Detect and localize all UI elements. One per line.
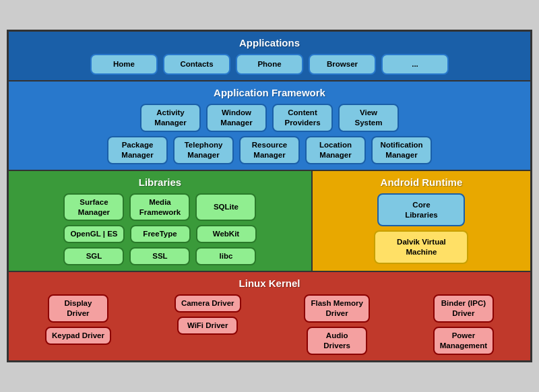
kernel-camera-driver: Camera Driver bbox=[175, 294, 241, 313]
apps-box-row: Home Contacts Phone Browser ... bbox=[15, 54, 524, 75]
libs-row3: SGL SSL libc bbox=[15, 247, 305, 265]
section-framework: Application Framework ActivityManager Wi… bbox=[9, 81, 530, 171]
kernel-col2: Camera Driver WiFi Driver bbox=[175, 294, 241, 355]
fw-notification-manager: NotificationManager bbox=[371, 136, 432, 164]
section-libs-runtime: Libraries SurfaceManager MediaFramework … bbox=[9, 171, 530, 273]
kernel-col4: Binder (IPC)Driver PowerManagement bbox=[433, 294, 494, 355]
lib-webkit: WebKit bbox=[196, 225, 257, 243]
fw-telephony-manager: TelephonyManager bbox=[173, 136, 234, 164]
section-runtime: Android Runtime CoreLibraries Dalvik Vir… bbox=[311, 171, 530, 271]
fw-activity-manager: ActivityManager bbox=[140, 104, 201, 132]
fw-package-manager: PackageManager bbox=[107, 136, 168, 164]
framework-row1: ActivityManager WindowManager ContentPro… bbox=[15, 104, 524, 132]
app-phone: Phone bbox=[236, 54, 303, 75]
kernel-col3: Flash MemoryDriver AudioDrivers bbox=[304, 294, 369, 355]
lib-ssl: SSL bbox=[129, 247, 190, 265]
lib-opengl: OpenGL | ES bbox=[63, 225, 124, 243]
kernel-power-management: PowerManagement bbox=[433, 327, 494, 355]
kernel-display-driver: DisplayDriver bbox=[48, 294, 108, 323]
runtime-title: Android Runtime bbox=[319, 176, 524, 188]
fw-content-providers: ContentProviders bbox=[272, 104, 333, 132]
lib-freetype: FreeType bbox=[130, 225, 191, 243]
app-more: ... bbox=[381, 54, 449, 75]
kernel-audio-drivers: AudioDrivers bbox=[307, 327, 367, 355]
section-libraries: Libraries SurfaceManager MediaFramework … bbox=[9, 171, 311, 271]
kernel-title: Linux Kernel bbox=[15, 277, 524, 289]
kernel-wifi-driver: WiFi Driver bbox=[177, 317, 238, 335]
kernel-keypad-driver: Keypad Driver bbox=[45, 327, 111, 345]
rt-core-libraries: CoreLibraries bbox=[377, 193, 465, 227]
lib-libc: libc bbox=[195, 247, 256, 265]
fw-view-system: ViewSystem bbox=[338, 104, 399, 132]
fw-window-manager: WindowManager bbox=[206, 104, 267, 132]
lib-sgl: SGL bbox=[63, 247, 124, 265]
rt-dalvik-vm: Dalvik VirtualMachine bbox=[374, 230, 468, 264]
app-browser: Browser bbox=[309, 54, 376, 75]
lib-media-framework: MediaFramework bbox=[129, 193, 190, 222]
fw-resource-manager: ResourceManager bbox=[239, 136, 300, 164]
framework-row2: PackageManager TelephonyManager Resource… bbox=[15, 136, 524, 164]
applications-title: Applications bbox=[15, 37, 524, 48]
section-kernel: Linux Kernel DisplayDriver Keypad Driver… bbox=[9, 272, 530, 360]
lib-surface-manager: SurfaceManager bbox=[63, 193, 124, 222]
kernel-flash-memory-driver: Flash MemoryDriver bbox=[304, 294, 369, 323]
section-applications: Applications Home Contacts Phone Browser… bbox=[9, 32, 530, 81]
kernel-binder-driver: Binder (IPC)Driver bbox=[433, 294, 494, 323]
app-contacts: Contacts bbox=[163, 54, 230, 75]
framework-title: Application Framework bbox=[15, 87, 524, 98]
runtime-boxes: CoreLibraries Dalvik VirtualMachine bbox=[319, 193, 524, 265]
app-home: Home bbox=[90, 54, 158, 75]
libraries-title: Libraries bbox=[15, 176, 305, 188]
libs-row2: OpenGL | ES FreeType WebKit bbox=[15, 225, 305, 243]
kernel-box-rows: DisplayDriver Keypad Driver Camera Drive… bbox=[15, 294, 524, 355]
lib-sqlite: SQLite bbox=[195, 193, 256, 222]
android-architecture-diagram: Applications Home Contacts Phone Browser… bbox=[7, 30, 532, 362]
fw-location-manager: LocationManager bbox=[305, 136, 366, 164]
libs-row1: SurfaceManager MediaFramework SQLite bbox=[15, 193, 305, 222]
kernel-col1: DisplayDriver Keypad Driver bbox=[45, 294, 111, 355]
